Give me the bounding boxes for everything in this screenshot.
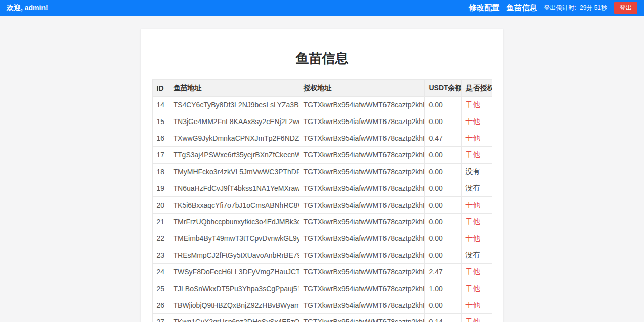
cell-id: 20	[152, 197, 169, 214]
cell-auth-address: TGTXkwrBx954iafwWMT678caztp2khKnsM	[299, 113, 424, 130]
table-header-cell: 授权地址	[299, 80, 424, 97]
cell-auth-address: TGTXkwrBx954iafwWMT678caztp2khKnsM	[299, 130, 424, 147]
cell-id: 18	[152, 164, 169, 180]
cell-usdt-balance: 2.47	[424, 264, 461, 280]
cell-fry-address: TMEimb4ByT49mwT3tTCpvDvnwkGL9yHwmM	[169, 230, 299, 247]
action-label[interactable]: 干他	[466, 234, 480, 242]
navbar-right: 修改配置鱼苗信息 登出倒计时: 29分 51秒 登出	[462, 2, 637, 14]
cell-id: 27	[152, 314, 169, 322]
cell-usdt-balance: 0.00	[424, 230, 461, 247]
cell-authorized-action: 干他	[461, 314, 492, 322]
table-row: 25 TJLBoSnWkxDT5Pu3Yhpa3sCgPpauj51amf TG…	[152, 280, 492, 297]
cell-authorized-action: 干他	[461, 147, 492, 164]
action-label[interactable]: 干他	[466, 117, 480, 125]
action-label[interactable]: 干他	[466, 284, 480, 292]
action-label: 没有	[466, 184, 480, 192]
cell-authorized-action: 干他	[461, 297, 492, 314]
table-row: 23 TREsMmpCJ2fFtGy5tXUavoAnbRrBE79SLq TG…	[152, 247, 492, 264]
action-label[interactable]: 干他	[466, 200, 480, 209]
action-label[interactable]: 干他	[466, 317, 480, 322]
logout-countdown-label: 登出倒计时:	[544, 4, 576, 11]
cell-usdt-balance: 0.00	[424, 164, 461, 180]
cell-fry-address: TK5i6BxxaqcYfi7o7bJ1oCmsABNhRC8WWj	[169, 197, 299, 214]
action-label[interactable]: 干他	[466, 150, 480, 158]
logout-button[interactable]: 登出	[614, 2, 637, 14]
cell-id: 16	[152, 130, 169, 147]
cell-auth-address: TGTXkwrBx954iafwWMT678caztp2khKnsM	[299, 230, 424, 247]
cell-authorized-action: 干他	[461, 214, 492, 230]
action-label[interactable]: 干他	[466, 267, 480, 275]
cell-authorized-action: 干他	[461, 113, 492, 130]
table-body: 14 TS4CY6cTyBy8Df3L2NJ9besLsLYZa3Bzsb TG…	[152, 97, 492, 322]
cell-authorized-action: 干他	[461, 97, 492, 113]
cell-id: 21	[152, 214, 169, 230]
cell-usdt-balance: 1.00	[424, 280, 461, 297]
table-header-cell: 是否授权	[461, 80, 492, 97]
table-row: 27 TKwg1GyX2grUsp6pz2DHgSySx4E5zQtN51 TG…	[152, 314, 492, 322]
cell-auth-address: TGTXkwrBx954iafwWMT678caztp2khKnsM	[299, 264, 424, 280]
action-label: 没有	[466, 251, 480, 259]
cell-authorized-action: 干他	[461, 130, 492, 147]
table-row: 20 TK5i6BxxaqcYfi7o7bJ1oCmsABNhRC8WWj TG…	[152, 197, 492, 214]
cell-auth-address: TGTXkwrBx954iafwWMT678caztp2khKnsM	[299, 147, 424, 164]
cell-auth-address: TGTXkwrBx954iafwWMT678caztp2khKnsM	[299, 314, 424, 322]
action-label: 没有	[466, 167, 480, 175]
cell-fry-address: TTgS3aj4PSWxe6rf35yejrBXnZfCkecnWF	[169, 147, 299, 164]
cell-fry-address: TS4CY6cTyBy8Df3L2NJ9besLsLYZa3Bzsb	[169, 97, 299, 113]
welcome-text: 欢迎, admin!	[7, 4, 48, 13]
table-row: 26 TBWjiobjQ9tHBZQxBnjZ92zHBvBWyamowC TG…	[152, 297, 492, 314]
table-row: 24 TWSyF8DoFecH6LL3DFyVmgZHauJCTZ14GE TG…	[152, 264, 492, 280]
cell-usdt-balance: 0.47	[424, 130, 461, 147]
page-title: 鱼苗信息	[141, 50, 503, 67]
cell-id: 24	[152, 264, 169, 280]
cell-fry-address: TWSyF8DoFecH6LL3DFyVmgZHauJCTZ14GE	[169, 264, 299, 280]
cell-authorized-action: 没有	[461, 247, 492, 264]
cell-auth-address: TGTXkwrBx954iafwWMT678caztp2khKnsM	[299, 280, 424, 297]
table-row: 18 TMyMHFcko3r4zkVL5JmVwWC3PThDRJnDMa TG…	[152, 164, 492, 180]
cell-usdt-balance: 0.00	[424, 197, 461, 214]
table-row: 14 TS4CY6cTyBy8Df3L2NJ9besLsLYZa3Bzsb TG…	[152, 97, 492, 113]
cell-auth-address: TGTXkwrBx954iafwWMT678caztp2khKnsM	[299, 97, 424, 113]
cell-fry-address: TJLBoSnWkxDT5Pu3Yhpa3sCgPpauj51amf	[169, 280, 299, 297]
cell-authorized-action: 干他	[461, 280, 492, 297]
cell-usdt-balance: 0.00	[424, 297, 461, 314]
action-label[interactable]: 干他	[466, 100, 480, 108]
nav-links: 修改配置鱼苗信息	[462, 3, 537, 13]
cell-id: 15	[152, 113, 169, 130]
table-header-cell: USDT余额	[424, 80, 461, 97]
cell-authorized-action: 干他	[461, 197, 492, 214]
cell-usdt-balance: 0.00	[424, 97, 461, 113]
action-label[interactable]: 干他	[466, 134, 480, 142]
table-header-row: ID鱼苗地址授权地址USDT余额是否授权	[152, 80, 492, 97]
table-header-cell: 鱼苗地址	[169, 80, 299, 97]
logout-countdown: 登出倒计时: 29分 51秒	[544, 4, 607, 12]
logout-countdown-value: 29分 51秒	[580, 4, 607, 11]
cell-fry-address: TMrFrzUQbhccpbunxyfkic3o4EdJMBk3cJ	[169, 214, 299, 230]
nav-link[interactable]: 修改配置	[469, 3, 499, 13]
cell-auth-address: TGTXkwrBx954iafwWMT678caztp2khKnsM	[299, 297, 424, 314]
nav-link[interactable]: 鱼苗信息	[506, 3, 537, 13]
cell-id: 23	[152, 247, 169, 264]
cell-authorized-action: 干他	[461, 230, 492, 247]
fry-table: ID鱼苗地址授权地址USDT余额是否授权 14 TS4CY6cTyBy8Df3L…	[152, 79, 492, 322]
cell-authorized-action: 没有	[461, 164, 492, 180]
cell-fry-address: TXwwG9JykDmnkaCPNXJmTp2F6NDZQymsm9	[169, 130, 299, 147]
cell-auth-address: TGTXkwrBx954iafwWMT678caztp2khKnsM	[299, 164, 424, 180]
cell-authorized-action: 没有	[461, 180, 492, 197]
cell-auth-address: TGTXkwrBx954iafwWMT678caztp2khKnsM	[299, 247, 424, 264]
cell-id: 22	[152, 230, 169, 247]
cell-id: 14	[152, 97, 169, 113]
table-row: 22 TMEimb4ByT49mwT3tTCpvDvnwkGL9yHwmM TG…	[152, 230, 492, 247]
cell-auth-address: TGTXkwrBx954iafwWMT678caztp2khKnsM	[299, 214, 424, 230]
cell-usdt-balance: 0.00	[424, 180, 461, 197]
action-label[interactable]: 干他	[466, 301, 480, 309]
cell-fry-address: TN3jGe4MM2FnL8KAAx8sy2cENj2L2woJWS	[169, 113, 299, 130]
cell-id: 19	[152, 180, 169, 197]
top-navbar: 欢迎, admin! 修改配置鱼苗信息 登出倒计时: 29分 51秒 登出	[0, 0, 644, 16]
table-row: 19 TN6uaHzFdCvJ9fT4bkss1NA1YeMXraw3x3 TG…	[152, 180, 492, 197]
action-label[interactable]: 干他	[466, 217, 480, 225]
cell-fry-address: TN6uaHzFdCvJ9fT4bkss1NA1YeMXraw3x3	[169, 180, 299, 197]
cell-usdt-balance: 0.00	[424, 113, 461, 130]
cell-id: 17	[152, 147, 169, 164]
cell-auth-address: TGTXkwrBx954iafwWMT678caztp2khKnsM	[299, 180, 424, 197]
